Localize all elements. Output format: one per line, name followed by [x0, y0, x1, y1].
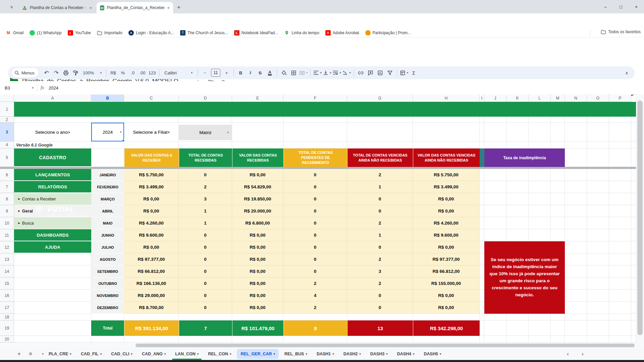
cell-G12[interactable]: 0 [347, 241, 413, 253]
cell-C17[interactable]: R$ 8.700,00 [124, 302, 179, 314]
cell-D6[interactable]: 0 [179, 169, 232, 181]
add-sheet-button[interactable]: + [13, 348, 25, 360]
cell-C12[interactable]: R$ 0,00 [124, 241, 179, 253]
nav-item-lancamentos[interactable]: LANÇAMENTOS [14, 169, 91, 181]
cell-H13[interactable]: R$ 97.377,00 [413, 253, 480, 265]
cell-H6[interactable]: R$ 5.750,00 [413, 169, 480, 181]
cell-H17[interactable]: R$ 0,00 [413, 302, 480, 314]
frozen-rows-divider[interactable] [0, 167, 636, 169]
scroll-tabs-left-icon[interactable]: ‹ [562, 348, 574, 360]
row-header-18[interactable]: 18 [0, 314, 14, 320]
row-header-17[interactable]: 17 [0, 302, 14, 314]
row-header-9[interactable]: 9 [0, 205, 14, 217]
cell-D12[interactable]: 0 [179, 241, 232, 253]
cell-F10[interactable]: 0 [283, 217, 347, 229]
cell-G10[interactable]: 2 [347, 217, 413, 229]
cell-F19[interactable]: 8 [283, 320, 347, 336]
scroll-tabs-right-icon[interactable]: › [577, 348, 588, 360]
column-header-E[interactable]: E [232, 95, 283, 102]
cell-C11[interactable]: R$ 9.600,00 [124, 229, 179, 241]
row-header-11[interactable]: 11 [0, 229, 14, 241]
row-header-8[interactable]: 8 [0, 193, 14, 205]
sheet-tab-partial[interactable]: ▾ [36, 348, 45, 360]
nav-item-relatorios[interactable]: RELATÓRIOS [14, 181, 91, 193]
cell-H14[interactable]: R$ 66.812,00 [413, 265, 480, 278]
cell-D16[interactable]: 0 [179, 290, 232, 302]
cell-E12[interactable]: R$ 0,00 [232, 241, 283, 253]
cell-E19[interactable]: R$ 101.479,00 [232, 320, 283, 336]
row-header-10[interactable]: 10 [0, 217, 14, 229]
cell-G8[interactable]: 0 [347, 193, 413, 205]
cell-B16[interactable]: NOVEMBRO [91, 290, 124, 302]
cell-H10[interactable]: R$ 4.260,00 [413, 217, 480, 229]
cell-B6[interactable]: JANEIRO [91, 169, 124, 181]
row-header-20[interactable]: 20 [0, 336, 14, 343]
cell-E13[interactable]: R$ 0,00 [232, 253, 283, 265]
row-header-13[interactable]: 13 [0, 253, 14, 265]
horizontal-scrollbar-thumb[interactable] [136, 344, 635, 347]
cell-H19[interactable]: R$ 342.298,00 [413, 320, 480, 336]
sheet-tab-lan_con[interactable]: LAN_CON▾ [171, 349, 202, 359]
nav-item-dashboards[interactable]: DASHBOARDS [14, 229, 91, 241]
row-header-4[interactable]: 4 [0, 141, 14, 148]
cell-F8[interactable]: 0 [283, 193, 347, 205]
cell-B10[interactable]: MAIO [91, 217, 124, 229]
cell-B12[interactable]: JULHO [91, 241, 124, 253]
cell-G13[interactable]: 2 [347, 253, 413, 265]
row-header-5[interactable]: 5 [0, 148, 14, 167]
cell-D17[interactable]: 0 [179, 302, 232, 314]
cell-E7[interactable]: R$ 54.829,00 [232, 181, 283, 193]
column-header-C[interactable]: C [124, 95, 179, 102]
cell-E9[interactable]: R$ 20.000,00 [232, 205, 283, 217]
sheet-tab-cad_ano[interactable]: CAD_ANO▾ [138, 349, 169, 359]
cell-G11[interactable]: 1 [347, 229, 413, 241]
brand-banner[interactable]: VIZUAL PLANILHAS EMPRESARIAIS [14, 102, 636, 117]
table-header-F[interactable]: TOTAL DE CONTAS PENDENTES DE RECEBIMENTO [283, 148, 347, 167]
cell-B8[interactable]: MARÇO [91, 193, 124, 205]
row-header-3[interactable]: 3 [0, 123, 14, 141]
inadimplencia-warning-box[interactable]: Se seu negócio estiver com um índice de … [484, 241, 565, 314]
column-header-J[interactable]: J [484, 95, 506, 102]
cell-E17[interactable]: R$ 0,00 [232, 302, 283, 314]
cell-C19[interactable]: R$ 391.134,00 [124, 320, 179, 336]
cell-G15[interactable]: 2 [347, 278, 413, 290]
cell-F11[interactable]: 0 [283, 229, 347, 241]
cell-C7[interactable]: R$ 3.499,00 [124, 181, 179, 193]
cell-B7[interactable]: FEVEREIRO [91, 181, 124, 193]
cell-G6[interactable]: 2 [347, 169, 413, 181]
cell-G14[interactable]: 3 [347, 265, 413, 278]
row-header-7[interactable]: 7 [0, 181, 14, 193]
cell-D13[interactable]: 0 [179, 253, 232, 265]
cell-H12[interactable]: R$ 0,00 [413, 241, 480, 253]
cell-B13[interactable]: AGOSTO [91, 253, 124, 265]
column-header-L[interactable]: L [529, 95, 551, 102]
cell-B11[interactable]: JUNHO [91, 229, 124, 241]
table-header-H[interactable]: VALOR DAS CONTAS VENCIDAS AINDA NÃO RECE… [413, 148, 480, 167]
cell-G9[interactable]: 0 [347, 205, 413, 217]
cell-C13[interactable]: R$ 97.377,00 [124, 253, 179, 265]
cell-F6[interactable]: 0 [283, 169, 347, 181]
row-header-14[interactable]: 14 [0, 265, 14, 278]
cell-G17[interactable]: 0 [347, 302, 413, 314]
all-sheets-icon[interactable]: ≡ [25, 348, 36, 360]
cell-B9[interactable]: ABRIL [91, 205, 124, 217]
cell-F17[interactable]: 2 [283, 302, 347, 314]
cell-E14[interactable]: R$ 0,00 [232, 265, 283, 278]
row-header-1[interactable]: 1 [0, 102, 14, 117]
cell-B15[interactable]: OUTUBRO [91, 278, 124, 290]
sheet-tab-dash1[interactable]: DASH1▾ [313, 349, 338, 359]
sheet-tab-rel_con[interactable]: REL_CON▾ [204, 349, 235, 359]
chevron-down-icon[interactable]: ▾ [120, 130, 121, 134]
sheet-tab-dash5[interactable]: DASH5▾ [420, 349, 445, 359]
table-header-C[interactable]: VALOR DAS CONTAS A RECEBER [124, 148, 179, 167]
sheet-tab-rel_ger_car[interactable]: REL_GER_CAR▾ [237, 349, 279, 359]
sheet-tab-dash4[interactable]: DASH4▾ [393, 349, 418, 359]
cell-C16[interactable]: R$ 29.000,00 [124, 290, 179, 302]
cell-H11[interactable]: R$ 9.600,00 [413, 229, 480, 241]
cell-F9[interactable]: 0 [283, 205, 347, 217]
column-header-D[interactable]: D [179, 95, 232, 102]
column-header-B[interactable]: B [91, 95, 124, 102]
table-header-E[interactable]: VALOR DAS CONTAS RECEBIDAS [232, 148, 283, 167]
cell-F7[interactable]: 0 [283, 181, 347, 193]
cell-F16[interactable]: 4 [283, 290, 347, 302]
